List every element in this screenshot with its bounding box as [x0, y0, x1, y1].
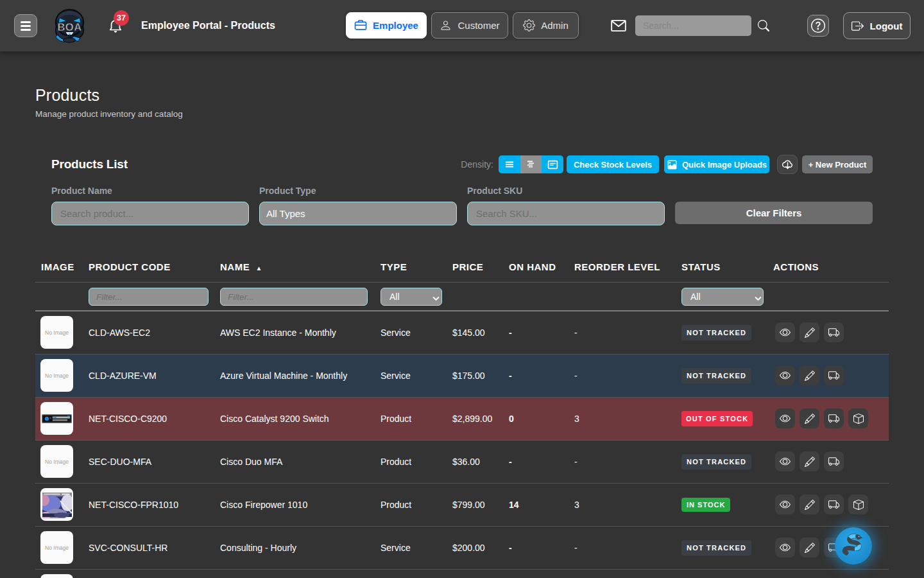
svg-text:BOA: BOA	[57, 21, 81, 33]
